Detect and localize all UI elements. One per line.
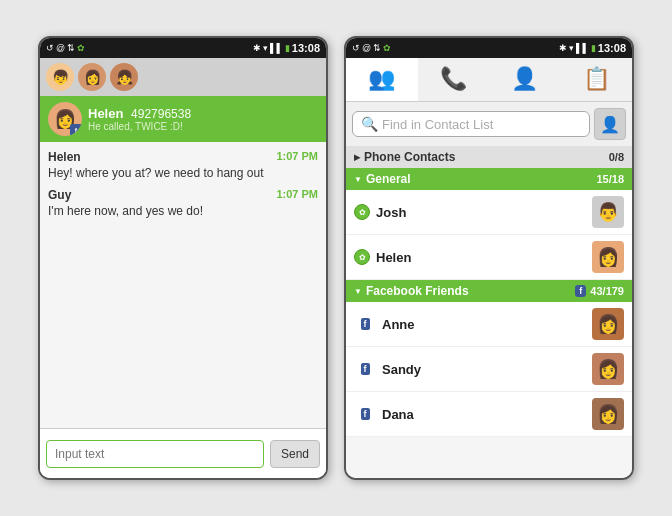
- group-header-phone[interactable]: ▶ Phone Contacts 0/8: [346, 146, 632, 168]
- avatar-3: 👧: [110, 63, 138, 91]
- collapse-triangle-phone: ▶: [354, 153, 360, 162]
- phone-tab-icon: 📞: [440, 66, 467, 92]
- tab-phone[interactable]: 📞: [418, 58, 490, 101]
- usb-icon: ⇅: [67, 43, 75, 53]
- tab-recent[interactable]: 📋: [561, 58, 633, 101]
- status-icons-left-r: ↺ @ ⇅ ✿: [352, 43, 391, 53]
- contact-icon-anne: f: [354, 313, 376, 335]
- signal-icon: ▌▌: [270, 43, 283, 53]
- contact-icon-josh: ✿: [354, 204, 370, 220]
- message-row-2: Guy 1:07 PM: [48, 188, 318, 202]
- rotate-icon: ↺: [46, 43, 54, 53]
- status-bar-left: ↺ @ ⇅ ✿ ✱ ▾ ▌▌ ▮ 13:08: [40, 38, 326, 58]
- left-phone: ↺ @ ⇅ ✿ ✱ ▾ ▌▌ ▮ 13:08 👦 👩 👧 👩 f: [38, 36, 328, 480]
- tab-bar: 👥 📞 👤 📋: [346, 58, 632, 102]
- group-count-phone: 0/8: [609, 151, 624, 163]
- group-header-facebook[interactable]: ▼ Facebook Friends f 43/179: [346, 280, 632, 302]
- recent-tab-icon: 📋: [583, 66, 610, 92]
- tab-contacts[interactable]: 👥: [346, 58, 418, 101]
- input-area: Send: [40, 428, 326, 478]
- search-bar: 🔍 Find in Contact List 👤: [346, 102, 632, 146]
- status-icons-right: ✱ ▾ ▌▌ ▮ 13:08: [253, 42, 320, 54]
- contact-name-anne: Anne: [382, 317, 586, 332]
- contact-row-dana[interactable]: f Dana 👩: [346, 392, 632, 437]
- send-button[interactable]: Send: [270, 440, 320, 468]
- avatar-2: 👩: [78, 63, 106, 91]
- contact-name-josh: Josh: [376, 205, 586, 220]
- status-icons-left: ↺ @ ⇅ ✿: [46, 43, 85, 53]
- msg-time-2: 1:07 PM: [276, 188, 318, 202]
- contact-name-dana: Dana: [382, 407, 586, 422]
- chat-header: 👩 f Helen 492796538 He called, TWICE :D!: [40, 96, 326, 142]
- contacts-tab-icon: 👥: [368, 66, 395, 92]
- contact-icon-helen: ✿: [354, 249, 370, 265]
- chat-messages: Helen 1:07 PM Hey! where you at? we need…: [40, 142, 326, 428]
- search-icon: 🔍: [361, 116, 378, 132]
- rotate-icon-r: ↺: [352, 43, 360, 53]
- msg-text-2: I'm here now, and yes we do!: [48, 204, 318, 218]
- msg-time-1: 1:07 PM: [276, 150, 318, 164]
- contact-avatar-helen: 👩: [592, 241, 624, 273]
- search-input-wrap[interactable]: 🔍 Find in Contact List: [352, 111, 590, 137]
- group-name-general: General: [366, 172, 411, 186]
- wifi-icon: ▾: [263, 43, 268, 53]
- avatar-bar: 👦 👩 👧: [40, 58, 326, 96]
- group-name-phone: Phone Contacts: [364, 150, 455, 164]
- contact-avatar-josh: 👨: [592, 196, 624, 228]
- message-input[interactable]: [46, 440, 264, 468]
- contact-name-helen: Helen: [376, 250, 586, 265]
- right-phone: ↺ @ ⇅ ✿ ✱ ▾ ▌▌ ▮ 13:08 👥 📞 👤 📋: [344, 36, 634, 480]
- wifi-icon-r: ▾: [569, 43, 574, 53]
- group-name-facebook: Facebook Friends: [366, 284, 469, 298]
- search-filter-button[interactable]: 👤: [594, 108, 626, 140]
- msg-text-1: Hey! where you at? we need to hang out: [48, 166, 318, 180]
- chat-header-info: Helen 492796538 He called, TWICE :D!: [88, 106, 318, 132]
- contact-row-sandy[interactable]: f Sandy 👩: [346, 347, 632, 392]
- contact-avatar-sandy: 👩: [592, 353, 624, 385]
- battery-icon-r: ▮: [591, 43, 596, 53]
- at-icon-r: @: [362, 43, 371, 53]
- contact-icon-dana: f: [354, 403, 376, 425]
- contact-list: ▶ Phone Contacts 0/8 ▼ General 15/18 ✿ J…: [346, 146, 632, 478]
- usb-icon-r: ⇅: [373, 43, 381, 53]
- chat-header-status: He called, TWICE :D!: [88, 121, 318, 132]
- chat-header-name: Helen 492796538: [88, 106, 318, 121]
- group-count-facebook: 43/179: [590, 285, 624, 297]
- status-time-left: 13:08: [292, 42, 320, 54]
- collapse-triangle-general: ▼: [354, 175, 362, 184]
- contact-row-josh[interactable]: ✿ Josh 👨: [346, 190, 632, 235]
- at-icon: @: [56, 43, 65, 53]
- contact-row-anne[interactable]: f Anne 👩: [346, 302, 632, 347]
- contact-avatar-dana: 👩: [592, 398, 624, 430]
- status-time-right: 13:08: [598, 42, 626, 54]
- collapse-triangle-fb: ▼: [354, 287, 362, 296]
- groups-tab-icon: 👤: [511, 66, 538, 92]
- search-placeholder: Find in Contact List: [382, 117, 581, 132]
- status-icons-right-r: ✱ ▾ ▌▌ ▮ 13:08: [559, 42, 626, 54]
- chat-header-avatar: 👩 f: [48, 102, 82, 136]
- bluetooth-icon-r: ✱: [559, 43, 567, 53]
- battery-icon: ▮: [285, 43, 290, 53]
- group-count-general: 15/18: [596, 173, 624, 185]
- bluetooth-icon: ✱: [253, 43, 261, 53]
- msg-sender-1: Helen: [48, 150, 81, 164]
- group-header-general[interactable]: ▼ General 15/18: [346, 168, 632, 190]
- fb-badge: f: [70, 124, 82, 136]
- signal-icon-r: ▌▌: [576, 43, 589, 53]
- contact-icon-sandy: f: [354, 358, 376, 380]
- msg-sender-2: Guy: [48, 188, 71, 202]
- fb-badge-group: f: [575, 285, 586, 297]
- status-bar-right: ↺ @ ⇅ ✿ ✱ ▾ ▌▌ ▮ 13:08: [346, 38, 632, 58]
- contact-avatar-anne: 👩: [592, 308, 624, 340]
- filter-icon: 👤: [600, 115, 620, 134]
- message-row-1: Helen 1:07 PM: [48, 150, 318, 164]
- contact-name-sandy: Sandy: [382, 362, 586, 377]
- contact-row-helen[interactable]: ✿ Helen 👩: [346, 235, 632, 280]
- avatar-1: 👦: [46, 63, 74, 91]
- tab-groups[interactable]: 👤: [489, 58, 561, 101]
- flower-icon-r: ✿: [383, 43, 391, 53]
- flower-icon: ✿: [77, 43, 85, 53]
